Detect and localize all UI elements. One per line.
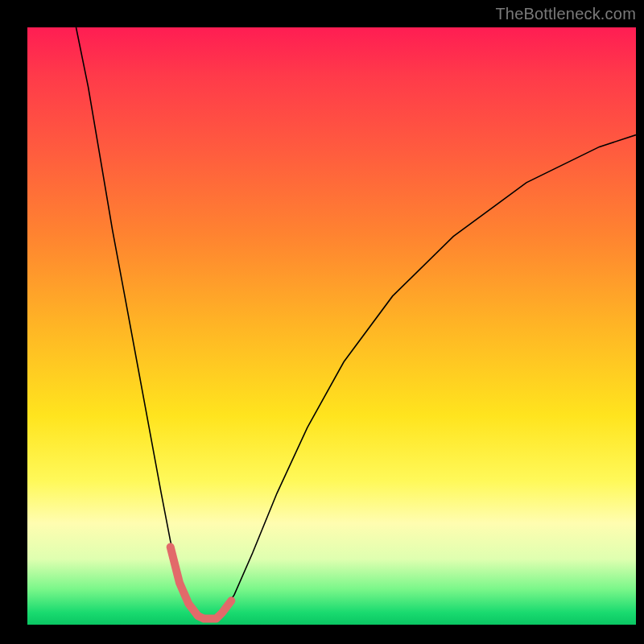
bottleneck-marker-path (171, 547, 232, 619)
attribution-text: TheBottleneck.com (495, 5, 636, 23)
chart-stage: TheBottleneck.com (0, 0, 644, 644)
plot-area (27, 27, 636, 625)
bottleneck-curve-path (76, 27, 637, 619)
curve-layer (27, 27, 636, 625)
